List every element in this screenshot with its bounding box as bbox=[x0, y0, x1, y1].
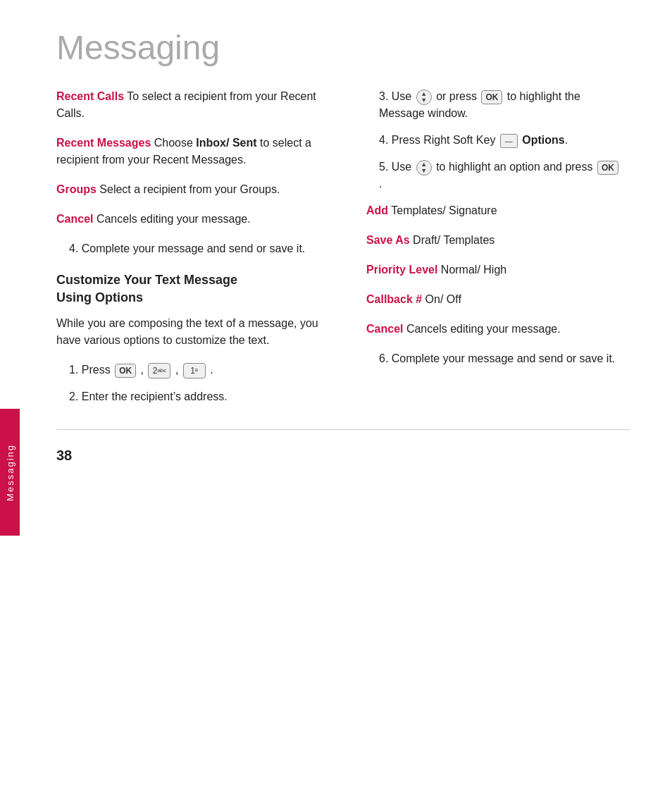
step5-mid: to highlight an option and press bbox=[433, 161, 596, 173]
step3-mid: or press bbox=[433, 90, 480, 102]
nav-icon-step5: ▲▼ bbox=[416, 160, 432, 175]
step4-right: 4. Press Right Soft Key — Options. bbox=[366, 132, 620, 149]
cancel-item: Cancel Cancels editing your message. bbox=[56, 211, 331, 228]
page-container: Messaging Messaging Recent Calls To sele… bbox=[0, 0, 672, 807]
content-area: Recent Calls To select a recipient from … bbox=[0, 88, 672, 415]
key-1-icon: 1≡ bbox=[183, 363, 206, 378]
step5-pre: 5. Use bbox=[379, 161, 415, 173]
cancel-right-text: Cancels editing your message. bbox=[403, 323, 560, 335]
priority-text: Normal/ High bbox=[437, 264, 506, 276]
add-templates-item: Add Templates/ Signature bbox=[366, 202, 620, 219]
step1-period: . bbox=[207, 364, 213, 376]
comma2: , bbox=[172, 364, 181, 376]
step3-right: 3. Use ▲▼ or press OK to highlight the M… bbox=[366, 88, 620, 122]
ok-icon-step3: OK bbox=[481, 90, 502, 104]
add-label: Add bbox=[366, 204, 388, 216]
recent-messages-label: Recent Messages bbox=[56, 137, 151, 149]
key-2abc-sub: abc bbox=[157, 366, 166, 375]
key-2abc-icon: 2abc bbox=[148, 363, 170, 378]
cancel-right-label: Cancel bbox=[366, 323, 403, 335]
page-number: 38 bbox=[0, 441, 672, 478]
groups-item: Groups Select a recipient from your Grou… bbox=[56, 181, 331, 198]
groups-text: Select a recipient from your Groups. bbox=[97, 183, 280, 195]
section-heading-line1: Customize Your Text Message bbox=[56, 273, 237, 287]
page-title: Messaging bbox=[0, 0, 672, 88]
body-paragraph: While you are composing the text of a me… bbox=[56, 315, 331, 349]
cancel-right-item: Cancel Cancels editing your message. bbox=[366, 321, 620, 338]
add-text: Templates/ Signature bbox=[388, 204, 497, 216]
recent-messages-item: Recent Messages Choose Inbox/ Sent to se… bbox=[56, 135, 331, 168]
ok-button-icon: OK bbox=[115, 364, 136, 378]
section-heading: Customize Your Text Message Using Option… bbox=[56, 271, 331, 307]
section-heading-line2: Using Options bbox=[56, 290, 143, 304]
soft-key-icon: — bbox=[500, 134, 518, 149]
priority-level-item: Priority Level Normal/ High bbox=[366, 261, 620, 278]
step5-post: . bbox=[379, 178, 382, 190]
step4-period: . bbox=[565, 134, 568, 146]
inbox-sent-text: Inbox/ Sent bbox=[196, 137, 256, 149]
priority-label: Priority Level bbox=[366, 264, 437, 276]
callback-label: Callback # bbox=[366, 293, 422, 305]
callback-text: On/ Off bbox=[422, 293, 461, 305]
cancel-text: Cancels editing your message. bbox=[93, 213, 250, 225]
save-as-item: Save As Draft/ Templates bbox=[366, 232, 620, 249]
step2-left: 2. Enter the recipient’s address. bbox=[56, 388, 331, 405]
recent-calls-label: Recent Calls bbox=[56, 90, 124, 102]
cancel-label: Cancel bbox=[56, 213, 93, 225]
save-as-label: Save As bbox=[366, 234, 410, 246]
right-column: 3. Use ▲▼ or press OK to highlight the M… bbox=[352, 88, 620, 415]
save-as-text: Draft/ Templates bbox=[410, 234, 495, 246]
step1-left: 1. Press OK , 2abc , 1≡ . bbox=[56, 362, 331, 378]
recent-messages-pre: Choose bbox=[151, 137, 196, 149]
comma1: , bbox=[137, 364, 147, 376]
recent-calls-item: Recent Calls To select a recipient from … bbox=[56, 88, 331, 122]
nav-up-down-icon: ▲▼ bbox=[416, 90, 432, 105]
sidebar-tab: Messaging bbox=[0, 409, 20, 536]
step1-pre: 1. Press bbox=[69, 364, 113, 376]
page-divider bbox=[56, 429, 630, 430]
sidebar-tab-label: Messaging bbox=[5, 444, 15, 501]
step4-pre: 4. Press Right Soft Key bbox=[379, 134, 499, 146]
groups-label: Groups bbox=[56, 183, 97, 195]
step5-right: 5. Use ▲▼ to highlight an option and pre… bbox=[366, 159, 620, 192]
key-1-sub: ≡ bbox=[195, 366, 199, 375]
step6-right: 6. Complete your message and send or sav… bbox=[366, 350, 620, 367]
callback-item: Callback # On/ Off bbox=[366, 291, 620, 308]
ok-icon-step5: OK bbox=[597, 161, 618, 175]
step4-left: 4. Complete your message and send or sav… bbox=[56, 240, 331, 257]
left-column: Recent Calls To select a recipient from … bbox=[56, 88, 352, 415]
options-bold: Options bbox=[522, 134, 564, 146]
step3-pre: 3. Use bbox=[379, 90, 415, 102]
